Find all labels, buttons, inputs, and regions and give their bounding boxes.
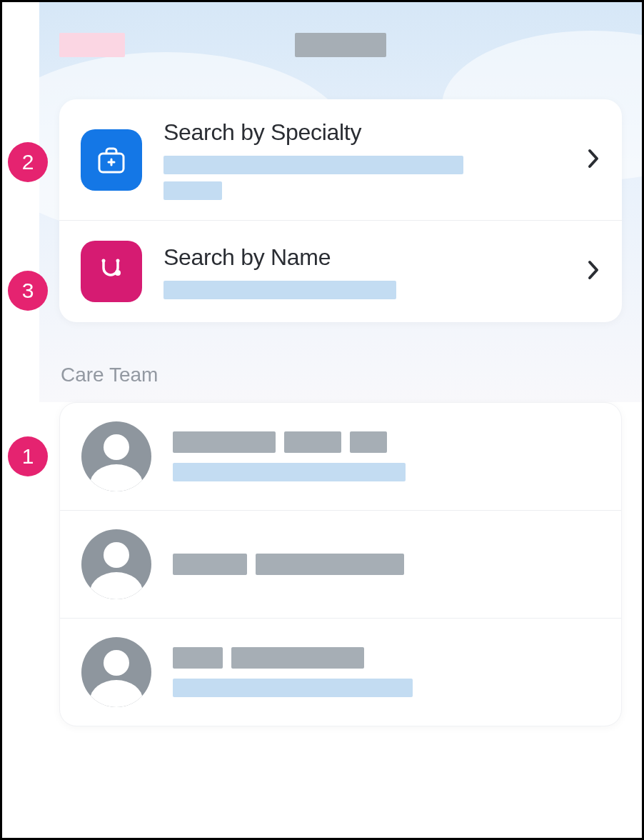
member-name <box>173 554 600 575</box>
svg-point-1 <box>115 270 121 276</box>
option-title: Search by Specialty <box>163 119 566 146</box>
option-text: Search by Name <box>163 244 566 299</box>
member-subtitle <box>173 679 413 697</box>
member-text <box>173 647 600 697</box>
avatar-icon <box>81 529 151 599</box>
search-options-card: Search by Specialty <box>59 99 622 322</box>
svg-point-3 <box>116 259 120 263</box>
main-content: Search by Specialty <box>39 2 642 838</box>
care-team-member[interactable] <box>60 403 621 510</box>
search-by-name[interactable]: Search by Name <box>59 220 622 322</box>
option-text: Search by Specialty <box>163 119 566 200</box>
member-text <box>173 431 600 481</box>
member-name <box>173 431 600 453</box>
medical-bag-icon <box>81 129 142 191</box>
back-button[interactable] <box>59 33 125 57</box>
page-title <box>295 33 386 57</box>
annotation-marker-2: 2 <box>8 142 48 182</box>
member-name <box>173 647 600 669</box>
care-team-member[interactable] <box>60 618 621 726</box>
chevron-right-icon <box>588 260 600 283</box>
care-team-card <box>59 402 622 726</box>
avatar-icon <box>81 637 151 707</box>
annotation-marker-1: 1 <box>8 436 48 476</box>
svg-point-2 <box>102 259 106 263</box>
annotation-marker-3: 3 <box>8 271 48 311</box>
member-text <box>173 554 600 575</box>
avatar-icon <box>81 421 151 491</box>
member-subtitle <box>173 463 406 481</box>
page-header <box>59 25 622 65</box>
option-title: Search by Name <box>163 244 566 271</box>
option-subtitle <box>163 281 566 299</box>
chevron-right-icon <box>588 149 600 171</box>
care-team-label: Care Team <box>61 364 622 386</box>
stethoscope-icon <box>81 241 142 302</box>
option-subtitle <box>163 156 566 200</box>
search-by-specialty[interactable]: Search by Specialty <box>59 99 622 220</box>
left-gutter <box>2 2 39 838</box>
care-team-member[interactable] <box>60 510 621 618</box>
